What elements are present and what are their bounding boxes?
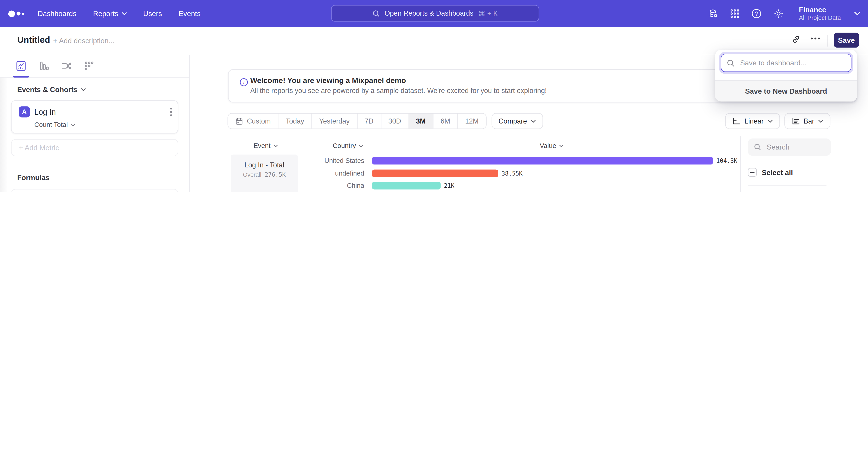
chevron-down-icon (531, 119, 536, 123)
series-search-input[interactable] (766, 142, 827, 152)
titlebar-divider (827, 35, 828, 47)
scale-select-button[interactable]: Linear (725, 113, 780, 129)
apps-grid-icon[interactable] (730, 9, 740, 18)
bar-value-label: 104.3K (716, 157, 737, 164)
select-all-label: Select all (762, 168, 793, 176)
project-scope: All Project Data (799, 14, 841, 21)
add-metric-button[interactable]: + Add Metric (11, 139, 178, 156)
banner-title: Welcome! You are viewing a Mixpanel demo (250, 77, 406, 85)
project-chevron-icon[interactable] (854, 11, 860, 16)
compare-button[interactable]: Compare (491, 113, 543, 129)
chevron-down-icon (818, 119, 823, 123)
panel-divider (748, 185, 827, 185)
report-title[interactable]: Untitled (17, 35, 50, 45)
tab-insights[interactable] (14, 59, 28, 72)
date-range-12m[interactable]: 12M (457, 114, 486, 128)
search-shortcut: ⌘ + K (478, 9, 498, 18)
metric-aggregation-select[interactable]: Count Total (11, 117, 178, 135)
select-all-row[interactable]: Select all (748, 168, 868, 177)
query-builder-panel: Events & Cohorts A Log In Count Total + … (0, 55, 190, 192)
column-header-country[interactable]: Country (333, 142, 363, 150)
chevron-down-icon (81, 88, 86, 91)
events-cohorts-header[interactable]: Events & Cohorts (17, 85, 189, 94)
metric-card[interactable]: A Log In Count Total (11, 100, 178, 134)
nav-events[interactable]: Events (179, 9, 200, 18)
save-button[interactable]: Save (834, 33, 859, 48)
chevron-down-icon (559, 144, 563, 147)
bar[interactable] (372, 182, 441, 189)
data-management-icon[interactable] (708, 8, 719, 19)
save-to-new-dashboard-button[interactable]: Save to New Dashboard (715, 80, 857, 101)
info-icon: i (240, 78, 248, 86)
search-icon (372, 10, 379, 17)
bar-category-label: China (190, 182, 364, 189)
nav-reports[interactable]: Reports (93, 9, 127, 18)
project-switcher[interactable]: Finance All Project Data (799, 6, 841, 21)
global-search-button[interactable]: Open Reports & Dashboards ⌘ + K (331, 5, 539, 22)
column-header-event[interactable]: Event (254, 142, 278, 150)
add-description[interactable]: + Add description... (53, 37, 115, 45)
save-dashboard-search[interactable] (721, 54, 851, 72)
date-range-3m[interactable]: 3M (408, 114, 433, 128)
bar-row: undefined38.55K (190, 167, 740, 179)
bar-value-label: 21K (444, 182, 454, 189)
chart-controls-row: CustomTodayYesterday7D30D3M6M12M Compare… (228, 113, 831, 129)
chevron-down-icon (768, 119, 773, 123)
bar-row: United States104.3K (190, 154, 740, 167)
bar-chart-icon (792, 117, 800, 125)
nav-users[interactable]: Users (143, 9, 162, 18)
add-formula-button[interactable]: + Add (11, 189, 178, 192)
metric-event-name[interactable]: Log In (34, 108, 165, 116)
bar-chart: Event Country Value Log In - Total Overa… (190, 136, 740, 192)
column-header-value[interactable]: Value (540, 142, 563, 150)
tab-retention[interactable] (83, 59, 96, 72)
date-range-custom[interactable]: Custom (228, 114, 278, 128)
mixpanel-app: Dashboards Reports Users Events Open Rep… (0, 0, 868, 192)
search-icon (727, 59, 735, 67)
chevron-down-icon (359, 144, 363, 147)
settings-gear-icon[interactable] (774, 8, 784, 19)
date-range-6m[interactable]: 6M (433, 114, 458, 128)
tab-funnels[interactable] (37, 59, 51, 72)
search-icon (754, 143, 761, 151)
more-actions-icon[interactable] (810, 37, 820, 40)
date-range-today[interactable]: Today (278, 114, 311, 128)
save-to-dashboard-popup: Save to New Dashboard (715, 50, 857, 101)
metric-kebab-icon[interactable] (170, 108, 172, 116)
checkbox-indeterminate[interactable] (748, 168, 757, 177)
chart-type-button[interactable]: Bar (784, 113, 830, 129)
project-name: Finance (799, 6, 841, 14)
svg-text:i: i (243, 80, 245, 85)
bar-value-label: 38.55K (502, 170, 523, 176)
date-range-yesterday[interactable]: Yesterday (311, 114, 357, 128)
date-range-30d[interactable]: 30D (381, 114, 408, 128)
global-search-label: Open Reports & Dashboards (384, 9, 473, 17)
nav-dashboards[interactable]: Dashboards (38, 9, 76, 18)
chart-rows: United States104.3Kundefined38.55KChina2… (190, 154, 740, 192)
top-nav: Dashboards Reports Users Events Open Rep… (0, 0, 868, 27)
tab-flows[interactable] (60, 59, 73, 72)
bar[interactable] (372, 157, 713, 165)
bar-row: China21K (190, 179, 740, 192)
nav-right-cluster: ? Finance All Project Data (708, 0, 868, 27)
metric-letter-badge: A (19, 106, 30, 117)
chevron-down-icon (70, 123, 75, 126)
save-dashboard-input[interactable] (739, 58, 839, 68)
bar-category-label: undefined (190, 169, 364, 177)
series-search[interactable] (748, 139, 831, 156)
help-icon[interactable]: ? (751, 8, 762, 19)
date-range-group: CustomTodayYesterday7D30D3M6M12M (228, 113, 487, 129)
formulas-header: Formulas (17, 174, 189, 182)
chevron-down-icon (273, 144, 278, 147)
calendar-icon (235, 117, 243, 125)
series-filter-panel: Select all Country 12 of 184 United Stat… (740, 136, 868, 192)
copy-link-icon[interactable] (791, 34, 801, 45)
bar[interactable] (372, 169, 498, 177)
bar-category-label: United States (190, 157, 364, 165)
linear-axis-icon (733, 117, 741, 125)
mixpanel-logo-icon[interactable] (8, 10, 24, 17)
banner-subtitle: All the reports you see are powered by a… (250, 87, 547, 94)
chevron-down-icon (122, 12, 127, 16)
bar-row: Japan13.34K (190, 192, 740, 192)
date-range-7d[interactable]: 7D (357, 114, 381, 128)
